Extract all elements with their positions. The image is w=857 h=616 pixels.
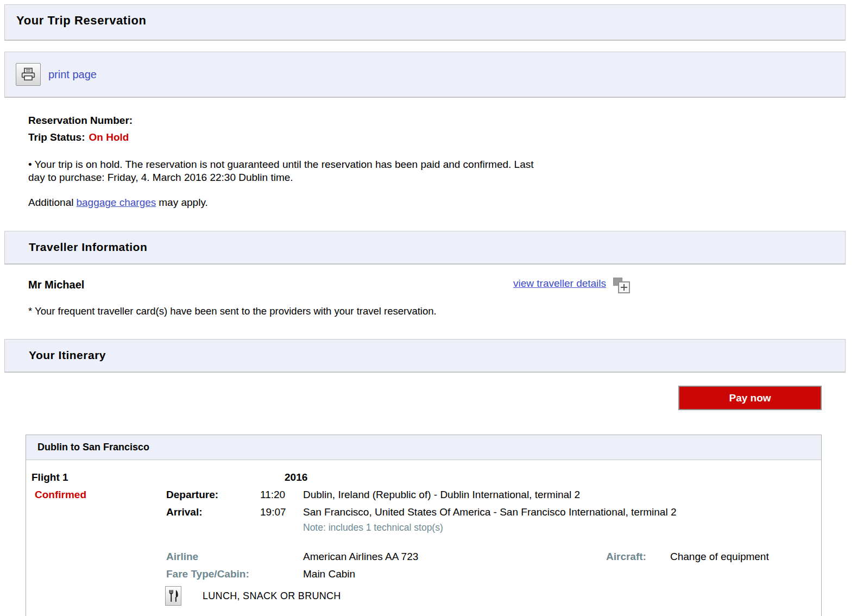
- route-title: Dublin to San Francisco: [37, 442, 149, 452]
- reservation-number-label: Reservation Number:: [28, 114, 857, 127]
- flight-date: 2016: [260, 469, 303, 486]
- reservation-summary: Reservation Number: Trip Status:On Hold …: [28, 114, 857, 209]
- aircraft-label: Aircraft:: [606, 548, 670, 565]
- airline-label: Airline: [166, 548, 260, 565]
- baggage-notice-prefix: Additional: [28, 197, 73, 208]
- itinerary-section-title: Your Itinerary: [29, 349, 106, 361]
- arrival-time: 19:07: [260, 504, 303, 521]
- baggage-notice: Additionalbaggage chargesmay apply.: [28, 196, 857, 209]
- baggage-charges-link[interactable]: baggage charges: [76, 197, 156, 208]
- pay-row: Pay now: [0, 373, 857, 435]
- flight-details: Flight 1 2016 Confirmed Departure: 11:20…: [26, 460, 821, 607]
- departure-row: Confirmed Departure: 11:20 Dublin, Irela…: [26, 486, 821, 504]
- print-page-link[interactable]: print page: [48, 68, 97, 81]
- technical-stop-note: Note: includes 1 technical stop(s): [303, 521, 821, 534]
- print-button[interactable]: [16, 63, 41, 86]
- departure-label: Departure:: [166, 486, 260, 504]
- baggage-notice-suffix: may apply.: [159, 197, 207, 208]
- route-header: Dublin to San Francisco: [26, 435, 821, 460]
- page-title: Your Trip Reservation: [16, 14, 147, 27]
- hold-notice-line-2: day to purchase: Friday, 4. March 2016 2…: [28, 171, 857, 184]
- fare-type-label: Fare Type/Cabin:: [166, 565, 260, 583]
- airline-row: Airline American Airlines AA 723 Aircraf…: [26, 548, 821, 565]
- itinerary-card: Dublin to San Francisco Flight 1 2016 Co…: [26, 435, 822, 616]
- itinerary-section-bar: Your Itinerary: [4, 339, 846, 373]
- page-title-bar: Your Trip Reservation: [4, 4, 846, 41]
- frequent-traveller-note: * Your frequent traveller card(s) have b…: [28, 305, 857, 317]
- print-toolbar: print page: [4, 52, 846, 98]
- meal-label: LUNCH, SNACK OR BRUNCH: [203, 590, 341, 602]
- printer-icon: [21, 67, 36, 81]
- view-traveller-details-link[interactable]: view traveller details: [513, 278, 606, 290]
- departure-location: Dublin, Ireland (Republic of) - Dublin I…: [303, 486, 821, 504]
- copy-plus-front-square: [618, 281, 630, 293]
- trip-status-value: On Hold: [89, 131, 129, 143]
- trip-status-label: Trip Status:: [28, 131, 85, 143]
- trip-status-line: Trip Status:On Hold: [28, 130, 857, 144]
- pay-now-button[interactable]: Pay now: [678, 386, 822, 410]
- view-traveller-details-group: view traveller details: [513, 278, 631, 294]
- flight-row-title: Flight 1 2016: [26, 469, 821, 486]
- meal-row: LUNCH, SNACK OR BRUNCH: [165, 585, 821, 607]
- arrival-location: San Francisco, United States Of America …: [303, 504, 821, 521]
- traveller-name: Mr Michael: [28, 279, 84, 291]
- flight-status: Confirmed: [26, 486, 166, 504]
- aircraft-value: Change of equipment: [670, 548, 821, 565]
- stop-note-row: Note: includes 1 technical stop(s): [26, 521, 821, 534]
- airline-value: American Airlines AA 723: [303, 548, 606, 565]
- fare-row: Fare Type/Cabin: Main Cabin: [26, 565, 821, 583]
- fork-knife-icon: [165, 586, 181, 606]
- hold-notice: • Your trip is on hold. The reservation …: [28, 158, 857, 184]
- departure-time: 11:20: [260, 486, 303, 504]
- copy-plus-icon[interactable]: [613, 278, 631, 294]
- hold-notice-line-1: • Your trip is on hold. The reservation …: [28, 158, 857, 171]
- arrival-label: Arrival:: [166, 504, 260, 521]
- fare-type-value: Main Cabin: [303, 565, 606, 583]
- traveller-row: Mr Michael view traveller details: [28, 279, 857, 293]
- traveller-section-bar: Traveller Information: [4, 231, 846, 265]
- flight-label: Flight 1: [26, 469, 166, 486]
- traveller-section-title: Traveller Information: [29, 241, 147, 253]
- arrival-row: Arrival: 19:07 San Francisco, United Sta…: [26, 504, 821, 521]
